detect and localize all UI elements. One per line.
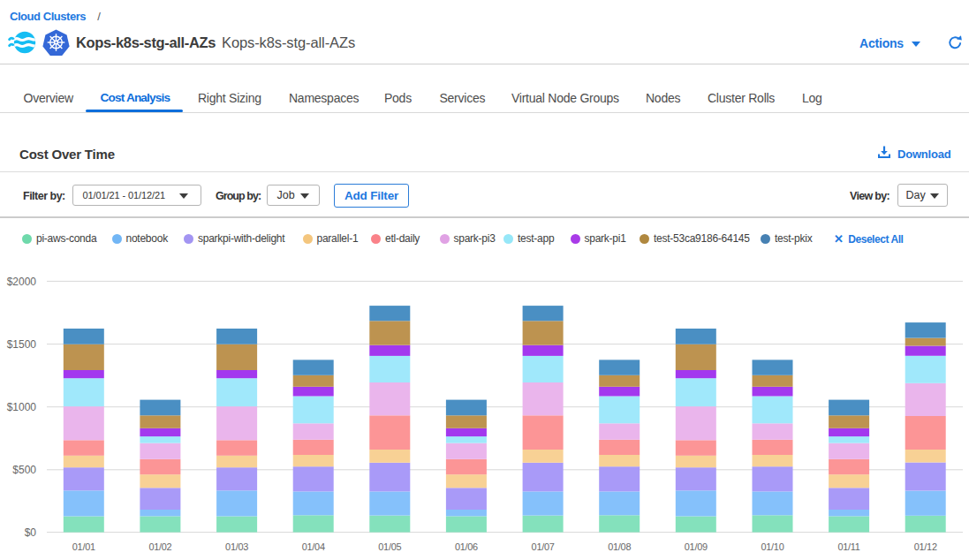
svg-text:01/06: 01/06 — [455, 541, 478, 552]
svg-text:01/07: 01/07 — [532, 541, 555, 552]
svg-text:01/01: 01/01 — [72, 541, 95, 552]
svg-text:01/03: 01/03 — [225, 541, 248, 552]
svg-text:01/09: 01/09 — [685, 541, 708, 552]
svg-text:01/11: 01/11 — [837, 541, 859, 552]
svg-text:01/08: 01/08 — [608, 541, 631, 552]
svg-text:$1500: $1500 — [7, 338, 37, 351]
svg-text:01/12: 01/12 — [914, 541, 937, 552]
svg-text:$0: $0 — [25, 526, 37, 539]
svg-text:01/05: 01/05 — [378, 541, 401, 552]
svg-text:$2000: $2000 — [7, 276, 37, 288]
svg-text:01/04: 01/04 — [302, 541, 325, 552]
svg-text:01/02: 01/02 — [148, 541, 171, 552]
svg-text:$1000: $1000 — [7, 401, 37, 413]
svg-text:01/10: 01/10 — [761, 541, 784, 552]
svg-text:$500: $500 — [12, 464, 36, 476]
